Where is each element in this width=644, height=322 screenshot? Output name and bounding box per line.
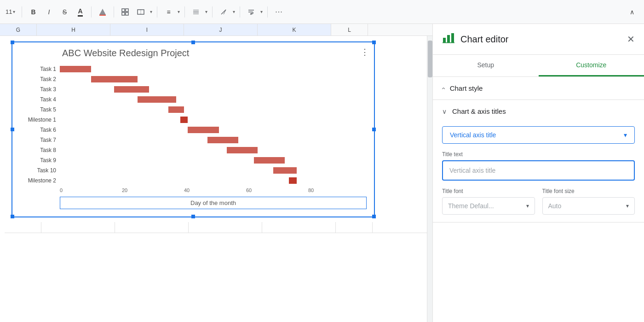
wrap-chevron[interactable]: ▾ <box>260 9 263 14</box>
gantt-row: Task 8 <box>16 145 370 155</box>
gantt-milestone <box>289 177 297 184</box>
tab-customize[interactable]: Customize <box>539 55 644 76</box>
chart-title: ABC Website Redesign Project <box>16 48 370 59</box>
bar-chart-icon <box>442 31 455 44</box>
valign-button[interactable] <box>190 6 202 18</box>
col-header-k[interactable]: K <box>258 24 331 35</box>
svg-rect-2 <box>126 9 128 12</box>
align-chevron[interactable]: ▾ <box>178 9 180 14</box>
chart-style-chevron: › <box>439 87 447 89</box>
more-options-button[interactable]: ··· <box>272 6 285 18</box>
chart-editor-panel: Chart editor ✕ Setup Customize › Chart s… <box>432 24 644 322</box>
fill-color-icon <box>99 8 106 16</box>
gantt-bar-area <box>60 125 370 135</box>
panel-tabs: Setup Customize <box>433 55 644 77</box>
merge-cells-button[interactable] <box>134 6 147 18</box>
valign-chevron[interactable]: ▾ <box>205 9 207 14</box>
chart-axis-titles-label: Chart & axis titles <box>452 107 506 115</box>
font-size-control[interactable]: 11 ▾ <box>6 8 15 15</box>
title-font-fields: Title font Theme Defaul... ▾ Title font … <box>433 188 644 222</box>
title-text-input[interactable] <box>442 160 635 181</box>
gantt-bar-area <box>60 135 370 145</box>
chart-editor-icon <box>442 31 455 47</box>
gantt-bar-area <box>60 84 370 94</box>
gantt-bar-area <box>60 105 370 115</box>
wrap-icon <box>247 8 255 16</box>
gantt-bar-area <box>60 176 370 186</box>
merge-icon <box>137 8 144 16</box>
underline-icon: A <box>78 7 82 17</box>
panel-header: Chart editor ✕ <box>433 24 644 55</box>
title-font-size-field: Title font size Auto ▾ <box>542 188 635 215</box>
title-font-label: Title font <box>442 188 535 194</box>
rotation-chevron[interactable]: ▾ <box>233 9 235 14</box>
gantt-rows: Task 1Task 2Task 3Task 4Task 5Milestone … <box>16 64 370 186</box>
ss-row-empty <box>5 222 432 233</box>
borders-button[interactable] <box>119 6 132 18</box>
gantt-row: Task 3 <box>16 84 370 94</box>
x-axis-tick: 20 <box>122 187 184 193</box>
gantt-label: Task 5 <box>16 106 60 113</box>
gantt-label: Milestone 2 <box>16 177 60 184</box>
col-header-g[interactable]: G <box>0 24 37 35</box>
fill-color-button[interactable] <box>96 6 109 18</box>
align-button[interactable]: ≡ <box>162 6 175 18</box>
wrap-button[interactable] <box>245 6 258 18</box>
gantt-row: Task 1 <box>16 64 370 74</box>
chart-style-section: › Chart style <box>433 77 644 100</box>
spreadsheet-area: G H I J K L ⋮ ABC Website R <box>0 24 432 322</box>
collapse-toolbar-button[interactable]: ∧ <box>626 6 638 18</box>
scrollbar-track <box>427 36 432 322</box>
gantt-row: Task 7 <box>16 135 370 145</box>
gantt-bar <box>188 127 219 133</box>
chart-axis-titles-section: ∨ Chart & axis titles Vertical axis titl… <box>433 100 644 222</box>
chart-style-header[interactable]: › Chart style <box>433 77 644 100</box>
font-size-chevron[interactable]: ▾ <box>13 9 15 14</box>
col-header-h[interactable]: H <box>37 24 110 35</box>
svg-rect-15 <box>443 42 454 43</box>
empty-rows <box>0 222 432 233</box>
gantt-row: Task 4 <box>16 94 370 105</box>
title-font-select[interactable]: Theme Defaul... ▾ <box>442 197 535 215</box>
x-axis-tick: 0 <box>60 187 122 193</box>
divider-6 <box>212 6 213 18</box>
title-font-size-select[interactable]: Auto ▾ <box>542 197 635 215</box>
valign-icon <box>192 8 200 16</box>
gantt-bar <box>227 147 258 153</box>
divider-4 <box>157 6 157 18</box>
axis-title-dropdown[interactable]: Vertical axis title ▾ <box>442 126 635 144</box>
svg-rect-0 <box>99 15 106 16</box>
axis-title-dropdown-chevron: ▾ <box>624 131 627 139</box>
divider-8 <box>267 6 268 18</box>
gantt-label: Task 7 <box>16 137 60 143</box>
col-header-i[interactable]: I <box>110 24 184 35</box>
gantt-bar <box>91 76 138 82</box>
gantt-bar-area <box>60 155 370 165</box>
panel-title: Chart editor <box>460 34 621 45</box>
merge-chevron[interactable]: ▾ <box>150 9 152 14</box>
italic-button[interactable]: I <box>42 6 55 18</box>
tab-setup[interactable]: Setup <box>433 55 539 76</box>
x-axis-tick: 40 <box>184 187 246 193</box>
title-font-value: Theme Defaul... <box>448 202 494 210</box>
scrollbar-thumb[interactable] <box>428 41 432 77</box>
x-axis-tick: 60 <box>246 187 308 193</box>
chart-axis-titles-chevron: ∨ <box>442 108 447 115</box>
main-area: G H I J K L ⋮ ABC Website R <box>0 24 644 322</box>
gantt-label: Task 8 <box>16 147 60 153</box>
gantt-label: Task 3 <box>16 86 60 93</box>
col-header-j[interactable]: J <box>184 24 258 35</box>
bold-button[interactable]: B <box>27 6 40 18</box>
text-rotation-button[interactable] <box>217 6 230 18</box>
panel-close-button[interactable]: ✕ <box>627 34 635 45</box>
col-header-l[interactable]: L <box>331 24 368 35</box>
axis-title-dropdown-label: Vertical axis title <box>450 131 496 139</box>
strikethrough-button[interactable]: S <box>58 6 71 18</box>
font-size-value: 11 <box>6 8 12 15</box>
title-text-label: Title text <box>442 151 635 158</box>
gantt-bar <box>254 157 285 164</box>
title-font-field: Title font Theme Defaul... ▾ <box>442 188 535 215</box>
svg-rect-4 <box>126 12 128 15</box>
underline-button[interactable]: A <box>74 6 86 18</box>
chart-axis-titles-header[interactable]: ∨ Chart & axis titles <box>433 100 644 123</box>
